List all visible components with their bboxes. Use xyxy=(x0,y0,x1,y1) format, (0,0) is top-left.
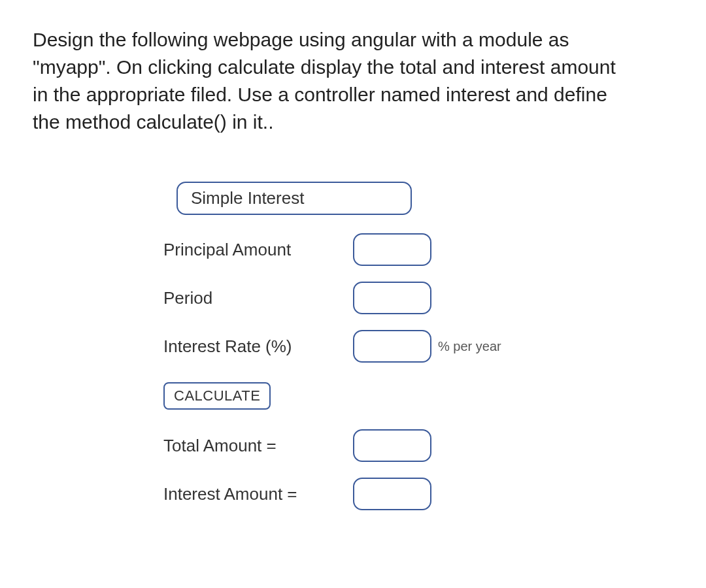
principal-label: Principal Amount xyxy=(163,240,353,260)
period-label: Period xyxy=(163,288,353,308)
row-rate: Interest Rate (%) % per year xyxy=(163,330,673,363)
rate-input[interactable] xyxy=(353,330,431,363)
instruction-text: Design the following webpage using angul… xyxy=(33,26,621,136)
row-period: Period xyxy=(163,282,673,314)
interest-output[interactable] xyxy=(353,478,431,510)
interest-form: Simple Interest Principal Amount Period … xyxy=(33,182,673,510)
rate-label: Interest Rate (%) xyxy=(163,336,353,357)
form-title-box: Simple Interest xyxy=(176,182,412,215)
period-input[interactable] xyxy=(353,282,431,314)
rate-suffix: % per year xyxy=(438,339,501,354)
row-principal: Principal Amount xyxy=(163,233,673,266)
total-output[interactable] xyxy=(353,429,431,462)
calculate-button[interactable]: CALCULATE xyxy=(163,382,271,410)
principal-input[interactable] xyxy=(353,233,431,266)
interest-amount-label: Interest Amount = xyxy=(163,484,353,504)
row-total: Total Amount = xyxy=(163,429,673,462)
row-interest-amount: Interest Amount = xyxy=(163,478,673,510)
total-label: Total Amount = xyxy=(163,436,353,456)
